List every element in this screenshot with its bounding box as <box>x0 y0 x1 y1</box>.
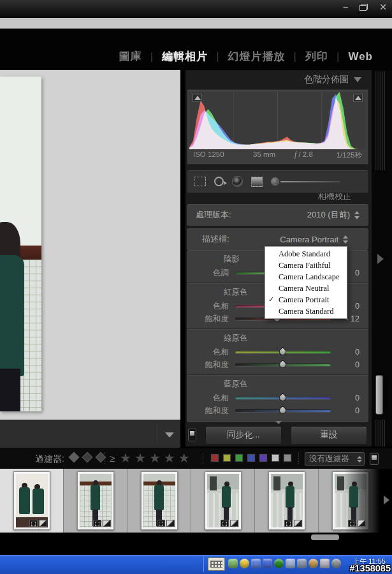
color-label-swatch-2[interactable] <box>222 453 231 462</box>
shadow-clipping-indicator[interactable] <box>192 94 202 102</box>
adjustment-badge-icon[interactable] <box>358 520 366 527</box>
module-tab-5[interactable]: Web <box>348 50 373 63</box>
adjustment-badge-icon[interactable] <box>39 520 47 527</box>
filmstrip-next-arrow-icon[interactable] <box>384 496 389 504</box>
thumbnail-3[interactable] <box>141 471 178 530</box>
keyboard-language-icon[interactable] <box>208 557 225 571</box>
crop-badge-icon[interactable] <box>284 520 293 527</box>
histogram-panel-header[interactable]: 色階分佈圖 <box>304 74 361 85</box>
filter-preset-dropdown[interactable]: 沒有過濾器 <box>305 452 365 466</box>
star-filter-icon-4[interactable]: ★ <box>164 451 178 465</box>
crop-badge-icon[interactable] <box>29 520 38 527</box>
filmstrip-scrollbar[interactable] <box>0 533 392 542</box>
adjustment-badge-icon[interactable] <box>294 520 302 527</box>
thumbnail-4[interactable] <box>205 471 242 530</box>
profile-menu-item-2[interactable]: Camera Faithful <box>265 260 347 271</box>
adjustment-badge-icon[interactable] <box>103 520 111 527</box>
profile-value[interactable]: Camera Portrait <box>280 235 338 244</box>
tray-icon-10[interactable] <box>331 559 341 568</box>
crop-badge-icon[interactable] <box>348 520 356 527</box>
color-label-swatch-1[interactable] <box>210 453 219 462</box>
module-tab-1[interactable]: 圖庫 <box>119 49 142 64</box>
slider-track-green-sat[interactable] <box>235 360 331 369</box>
filmstrip-cell-3[interactable] <box>127 469 191 533</box>
adjustment-badge-icon[interactable] <box>230 520 238 527</box>
restore-button[interactable] <box>359 4 368 11</box>
tray-icon-5[interactable] <box>274 559 284 568</box>
thumbnail-6[interactable] <box>332 471 369 530</box>
module-tab-3[interactable]: 幻燈片播放 <box>228 49 286 64</box>
process-version-value[interactable]: 2010 (目前) <box>307 209 350 221</box>
filmstrip-cell-6[interactable] <box>319 469 382 533</box>
crop-badge-icon[interactable] <box>93 520 101 527</box>
filmstrip-scrollbar-thumb[interactable] <box>311 534 339 540</box>
thumbnail-1[interactable] <box>13 471 50 530</box>
thumbnail-2[interactable] <box>77 471 114 530</box>
show-panel-arrow-icon[interactable] <box>377 254 384 264</box>
crop-badge-icon[interactable] <box>157 520 165 527</box>
photo-preview[interactable] <box>0 77 41 411</box>
graduated-filter-tool-icon[interactable] <box>251 177 263 187</box>
star-filter-icon-1[interactable]: ★ <box>120 451 134 465</box>
slider-track-blue-sat[interactable] <box>235 406 331 415</box>
histogram-canvas[interactable] <box>189 92 366 149</box>
crop-badge-icon[interactable] <box>221 520 229 527</box>
tray-icon-8[interactable] <box>309 559 318 568</box>
filmstrip-cell-4[interactable] <box>191 469 255 533</box>
red-eye-tool-icon[interactable] <box>232 176 243 187</box>
thumbnail-5[interactable] <box>268 471 305 530</box>
profile-menu-item-6[interactable]: Camera Standard <box>265 305 347 317</box>
filter-switch[interactable] <box>370 453 379 465</box>
slider-thumb[interactable] <box>278 360 288 370</box>
slider-thumb[interactable] <box>278 347 288 357</box>
spot-removal-tool-icon[interactable] <box>214 177 224 186</box>
tray-icon-3[interactable] <box>251 559 261 568</box>
adjustment-brush-tool-icon[interactable] <box>271 177 340 186</box>
minimize-button[interactable]: – <box>343 3 348 11</box>
filmstrip-cell-2[interactable] <box>64 469 127 533</box>
tray-icon-2[interactable] <box>240 559 249 568</box>
spinner-icon[interactable] <box>343 235 348 244</box>
vertical-scrollbar-thumb[interactable] <box>375 375 383 415</box>
sync-button[interactable]: 同步化... <box>205 426 282 445</box>
profile-menu-item-1[interactable]: Adobe Standard <box>265 248 347 260</box>
slider-track-blue-hue[interactable] <box>235 394 331 402</box>
toolbar-collapse-icon[interactable] <box>165 432 174 438</box>
title-bar[interactable]: – ✕ <box>0 0 392 17</box>
star-filter-icon-2[interactable]: ★ <box>134 451 149 465</box>
tray-icon-7[interactable] <box>297 559 307 568</box>
camera-calibration-panel-header[interactable]: 相機校正 <box>318 193 351 201</box>
tray-icon-6[interactable] <box>286 559 295 568</box>
filmstrip-cell-5[interactable] <box>255 469 319 533</box>
star-filter-icon-5[interactable]: ★ <box>178 451 193 465</box>
crop-tool-icon[interactable] <box>194 177 206 186</box>
panel-scroll-ridge[interactable] <box>375 420 386 446</box>
slider-thumb[interactable] <box>278 406 288 416</box>
profile-menu-item-3[interactable]: Camera Landscape <box>265 271 347 283</box>
adjustment-badge-icon[interactable] <box>166 520 175 527</box>
color-label-swatch-5[interactable] <box>259 453 268 462</box>
panel-switch[interactable] <box>188 429 196 441</box>
color-label-swatch-3[interactable] <box>235 453 243 462</box>
main-preview-canvas[interactable] <box>0 70 180 420</box>
profile-menu-item-4[interactable]: Camera Neutral <box>265 283 347 294</box>
tray-icon-1[interactable] <box>228 559 238 568</box>
star-filter-icon-3[interactable]: ★ <box>149 451 164 465</box>
close-button[interactable]: ✕ <box>379 3 387 11</box>
tray-icon-9[interactable] <box>320 559 330 568</box>
color-label-swatch-6[interactable] <box>271 453 280 462</box>
color-label-swatch-7[interactable] <box>283 453 292 462</box>
module-tab-4[interactable]: 列印 <box>305 49 328 64</box>
module-tab-2[interactable]: 編輯相片 <box>162 49 208 64</box>
flag-filter-icon-2[interactable] <box>82 452 93 463</box>
reset-button[interactable]: 重設 <box>291 426 367 445</box>
tray-icon-4[interactable] <box>263 559 272 568</box>
spinner-icon[interactable] <box>354 211 359 219</box>
profile-menu-item-5[interactable]: ✓Camera Portrait <box>265 294 347 305</box>
flag-filter-icon-1[interactable] <box>69 452 80 463</box>
rating-operator[interactable]: ≥ <box>110 453 115 464</box>
slider-thumb[interactable] <box>278 393 288 403</box>
panel-scroll-ridge[interactable] <box>375 71 386 170</box>
filmstrip-cell-1[interactable] <box>0 469 64 533</box>
slider-track-green-hue[interactable] <box>235 348 331 357</box>
